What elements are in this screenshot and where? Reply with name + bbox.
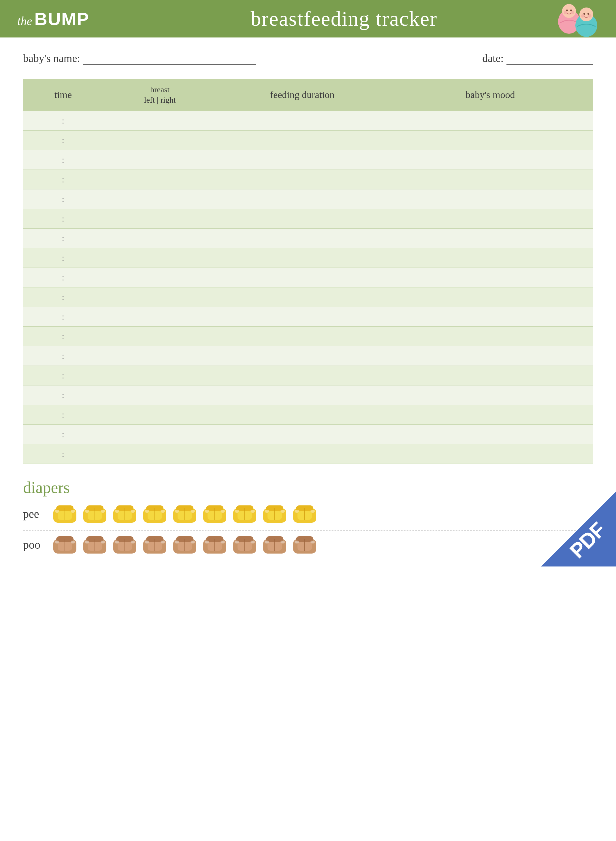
svg-rect-88 [145,540,149,543]
mood-cell[interactable] [388,267,593,287]
logo-bump: BUMP [34,9,89,29]
time-colon-icon: : [62,351,64,361]
time-colon-icon: : [62,194,64,204]
breast-left-cell[interactable] [103,228,217,248]
duration-cell[interactable] [217,424,388,444]
mood-cell[interactable] [388,405,593,424]
time-cell[interactable]: : [23,307,103,326]
time-cell[interactable]: : [23,424,103,444]
duration-cell[interactable] [217,130,388,150]
breast-left-cell[interactable] [103,170,217,189]
page-title: breastfeeding tracker [89,7,599,31]
poo-diaper-icon [262,533,288,556]
mood-cell[interactable] [388,209,593,228]
breast-left-cell[interactable] [103,444,217,464]
duration-cell[interactable] [217,150,388,170]
logo-the: the [17,14,32,28]
pee-icons [52,502,318,525]
breast-left-cell[interactable] [103,365,217,385]
time-cell[interactable]: : [23,405,103,424]
svg-point-1 [562,4,576,18]
duration-cell[interactable] [217,228,388,248]
breast-left-cell[interactable] [103,326,217,346]
time-cell[interactable]: : [23,228,103,248]
duration-cell[interactable] [217,405,388,424]
time-cell[interactable]: : [23,189,103,209]
pee-diaper-icon [172,502,198,525]
mood-cell[interactable] [388,170,593,189]
pee-diaper-icon [112,502,138,525]
breast-left-cell[interactable] [103,130,217,150]
mood-cell[interactable] [388,287,593,307]
duration-cell[interactable] [217,170,388,189]
time-cell[interactable]: : [23,111,103,130]
header-babies-illustration [558,0,604,37]
mood-cell[interactable] [388,189,593,209]
breast-left-cell[interactable] [103,189,217,209]
duration-cell[interactable] [217,385,388,405]
duration-cell[interactable] [217,365,388,385]
duration-cell[interactable] [217,209,388,228]
poo-icons [52,533,318,556]
col-header-breast: breast left | right [103,79,217,111]
time-cell[interactable]: : [23,385,103,405]
breast-left-cell[interactable] [103,385,217,405]
duration-cell[interactable] [217,444,388,464]
mood-cell[interactable] [388,111,593,130]
date-underline[interactable] [506,56,593,65]
logo: the BUMP [17,9,89,29]
duration-cell[interactable] [217,307,388,326]
mood-cell[interactable] [388,228,593,248]
mood-cell[interactable] [388,150,593,170]
time-cell[interactable]: : [23,248,103,267]
duration-cell[interactable] [217,248,388,267]
time-colon-icon: : [62,233,64,243]
mood-cell[interactable] [388,307,593,326]
duration-cell[interactable] [217,326,388,346]
mood-cell[interactable] [388,444,593,464]
mood-cell[interactable] [388,248,593,267]
duration-cell[interactable] [217,287,388,307]
breast-left-cell[interactable] [103,346,217,365]
table-row: : [23,111,593,130]
time-cell[interactable]: : [23,444,103,464]
breast-left-cell[interactable] [103,150,217,170]
time-cell[interactable]: : [23,267,103,287]
breast-left-cell[interactable] [103,405,217,424]
mood-cell[interactable] [388,326,593,346]
mood-cell[interactable] [388,385,593,405]
breast-left-cell[interactable] [103,267,217,287]
duration-cell[interactable] [217,189,388,209]
time-cell[interactable]: : [23,346,103,365]
time-cell[interactable]: : [23,365,103,385]
duration-cell[interactable] [217,111,388,130]
mood-cell[interactable] [388,130,593,150]
svg-point-10 [581,14,585,18]
breast-left-cell[interactable] [103,287,217,307]
svg-rect-29 [131,510,135,512]
time-cell[interactable]: : [23,326,103,346]
table-row: : [23,189,593,209]
time-cell[interactable]: : [23,209,103,228]
breast-left-cell[interactable] [103,111,217,130]
duration-cell[interactable] [217,267,388,287]
time-cell[interactable]: : [23,130,103,150]
time-cell[interactable]: : [23,170,103,189]
breast-left-cell[interactable] [103,209,217,228]
svg-point-11 [588,14,591,18]
breast-left-cell[interactable] [103,424,217,444]
breast-left-cell[interactable] [103,307,217,326]
mood-cell[interactable] [388,365,593,385]
mood-cell[interactable] [388,346,593,365]
name-label: baby's name: [23,52,80,65]
duration-cell[interactable] [217,346,388,365]
mood-cell[interactable] [388,424,593,444]
time-cell[interactable]: : [23,150,103,170]
breast-left-cell[interactable] [103,248,217,267]
time-cell[interactable]: : [23,287,103,307]
svg-rect-23 [101,510,105,512]
table-header-row: time breast left | right feeding duratio… [23,79,593,111]
svg-rect-34 [145,510,149,512]
name-underline[interactable] [83,56,256,65]
baby-teal-icon [574,6,599,37]
